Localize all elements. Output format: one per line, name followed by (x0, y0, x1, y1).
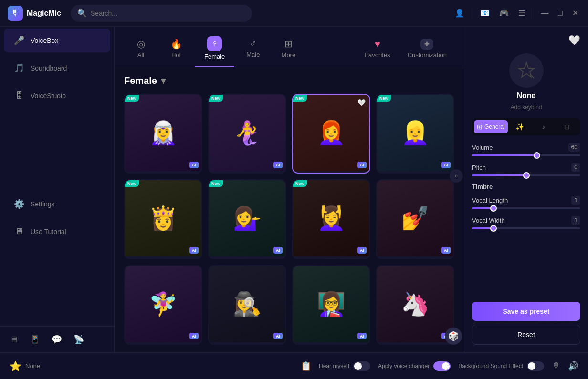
voice-card-unique[interactable]: 🦄 AI Unique female voice Add keybind (376, 265, 454, 345)
voice-card-info-graceful: Graceful girl Add keybind (377, 256, 453, 259)
badge-ai-doris: AI (357, 162, 367, 168)
speaker-icon[interactable]: 🔊 (568, 361, 578, 371)
tab-male[interactable]: ♂ Male (236, 34, 270, 65)
effects-tab-icon: ✨ (516, 123, 524, 131)
badge-new-hellen: New (125, 180, 139, 187)
tab-general[interactable]: ⊞ General (474, 120, 508, 133)
tab-music[interactable]: ♪ (532, 120, 555, 133)
mobile-icon[interactable]: 📱 (28, 332, 42, 347)
chat-icon[interactable]: 💬 (50, 332, 64, 347)
voice-card-info-elsa: Elsa Add keybind (293, 256, 369, 259)
voice-card-info-doris: Doris Add keybind (293, 171, 369, 174)
voice-card-jesse[interactable]: 👱‍♀️ New AI Jesse Add keybind (376, 94, 454, 174)
mail-button[interactable]: 📧 (478, 7, 492, 20)
vocal-length-value: 1 (571, 196, 580, 205)
vocal-width-thumb[interactable] (490, 225, 497, 232)
voice-card-info-gina: Gina Add keybind (209, 256, 285, 259)
dice-button[interactable]: 🎲 (445, 328, 462, 345)
bg-sound-group: Background Sound Effect (458, 361, 544, 371)
sidebar-item-soundboard[interactable]: 🎵 Soundboard (4, 56, 110, 80)
badge-ai-fteacher: AI (357, 333, 367, 339)
pitch-fill (472, 174, 526, 176)
pitch-thumb[interactable] (523, 172, 530, 179)
dropdown-icon[interactable]: ▾ (161, 75, 166, 86)
scroll-right-arrow[interactable]: » (450, 169, 463, 183)
vocal-length-thumb[interactable] (490, 205, 497, 212)
add-keybind-link[interactable]: Add keybind (510, 104, 542, 111)
voice-card-img-jesse: 👱‍♀️ New AI (377, 95, 453, 171)
broadcast-icon[interactable]: 📡 (72, 332, 86, 347)
heart-icon-doris[interactable]: 🤍 (357, 99, 366, 106)
tab-customization-label: Customization (408, 51, 447, 59)
voice-card-info-hellen: Hellen Add keybind (125, 256, 201, 259)
voice-card-info-alice: Alice Add keybind (125, 171, 201, 174)
favorites-icon: ♥ (375, 39, 380, 50)
voice-card-graceful[interactable]: 💅 AI Graceful girl Add keybind (376, 179, 454, 259)
volume-thumb[interactable] (534, 152, 540, 159)
discord-button[interactable]: 🎮 (497, 7, 511, 20)
sidebar-label-voicestudio: VoiceStudio (31, 92, 66, 100)
voice-grid: 🧝‍♀️ New AI Alice Add keybind 🧜‍♀️ New (115, 90, 464, 352)
save-preset-button[interactable]: Save as preset (472, 302, 580, 321)
search-bar[interactable]: 🔍 (71, 5, 252, 22)
voice-card-img-elsa: 💆‍♀️ New AI (293, 180, 369, 256)
bg-sound-toggle[interactable] (527, 361, 544, 371)
sidebar-item-voicestudio[interactable]: 🎛 VoiceStudio (4, 84, 110, 107)
category-tabs: ◎ All 🔥 Hot ♀ Female ♂ Male ⊞ More (115, 27, 464, 67)
tab-favorites[interactable]: ♥ Favorites (357, 35, 398, 64)
sidebar-item-voicebox[interactable]: 🎤 VoiceBox (4, 29, 110, 52)
voice-card-hellen[interactable]: 👸 New AI Hellen Add keybind (124, 179, 202, 259)
pitch-track[interactable] (472, 174, 580, 176)
vocal-length-track[interactable] (472, 207, 580, 209)
search-input[interactable] (91, 10, 245, 17)
voice-card-gina[interactable]: 💁‍♀️ New AI Gina Add keybind (208, 179, 286, 259)
badge-ai-gina: AI (273, 247, 283, 254)
pitch-label-row: Pitch 0 (472, 163, 580, 172)
voice-card-fteacher[interactable]: 👩‍🏫 AI Female teacher Add keybind (292, 265, 370, 345)
profile-button[interactable]: 👤 (453, 7, 466, 20)
voice-card-info-unique: Unique female voice Add keybind (377, 342, 453, 345)
vocal-width-track[interactable] (472, 227, 580, 229)
sidebar-label-tutorial: Use Tutorial (31, 228, 66, 236)
voice-card-img-fvoice: 🧚‍♀️ AI (125, 266, 201, 342)
voice-card-elsa[interactable]: 💆‍♀️ New AI Elsa Add keybind (292, 179, 370, 259)
vocal-width-row: Vocal Width 1 (472, 216, 580, 229)
tab-effects[interactable]: ✨ (509, 120, 531, 133)
voice-card-info-fvoice: Female voice Add keybind (125, 342, 201, 345)
voice-card-doris[interactable]: 👩‍🦰 New AI 🤍 Doris Add keybind (292, 94, 370, 174)
voice-card-elegant[interactable]: 🕵️‍♀️ AI Elegant girl Add keybind (208, 265, 286, 345)
tab-more[interactable]: ⊞ More (272, 34, 305, 65)
badge-new-jesse: New (377, 95, 391, 102)
pitch-value: 0 (571, 163, 580, 172)
svg-marker-0 (519, 63, 534, 77)
music-tab-icon: ♪ (542, 123, 545, 131)
mic-input-icon[interactable]: 🎙 (552, 361, 560, 371)
hear-myself-toggle[interactable] (353, 361, 370, 371)
panel-favorite-button[interactable]: 🤍 (568, 34, 580, 46)
maximize-button[interactable]: □ (556, 7, 565, 20)
sidebar-item-settings[interactable]: ⚙️ Settings (4, 192, 110, 216)
apply-voice-toggle[interactable] (433, 361, 451, 371)
tab-customization[interactable]: ✚ Customization (400, 35, 454, 64)
badge-ai-fvoice: AI (189, 333, 199, 339)
voice-card-fvoice[interactable]: 🧚‍♀️ AI Female voice Add keybind (124, 265, 202, 345)
pitch-slider-row: Pitch 0 (472, 163, 580, 176)
tab-eq[interactable]: ⊟ (556, 120, 578, 133)
titlebar: 🎙 MagicMic 🔍 👤 📧 🎮 ☰ — □ ✕ (0, 0, 588, 27)
menu-button[interactable]: ☰ (516, 7, 527, 20)
close-button[interactable]: ✕ (570, 7, 580, 20)
minimize-button[interactable]: — (539, 7, 550, 20)
current-voice-label: None (517, 92, 536, 100)
voice-card-cathy[interactable]: 🧜‍♀️ New AI Cathy Add keybind (208, 94, 286, 174)
tab-hot[interactable]: 🔥 Hot (159, 34, 193, 65)
reset-button[interactable]: Reset (472, 325, 580, 345)
clipboard-icon[interactable]: 📋 (301, 361, 311, 371)
volume-track[interactable] (472, 154, 580, 156)
bottom-controls: 📋 Hear myself Apply voice changer Backgr… (301, 361, 578, 371)
apply-voice-knob (442, 362, 450, 370)
tab-female[interactable]: ♀ Female (195, 32, 234, 67)
voice-card-alice[interactable]: 🧝‍♀️ New AI Alice Add keybind (124, 94, 202, 174)
tab-all[interactable]: ◎ All (124, 34, 158, 65)
sidebar-item-tutorial[interactable]: 🖥 Use Tutorial (4, 220, 110, 243)
screen-icon[interactable]: 🖥 (8, 333, 20, 347)
